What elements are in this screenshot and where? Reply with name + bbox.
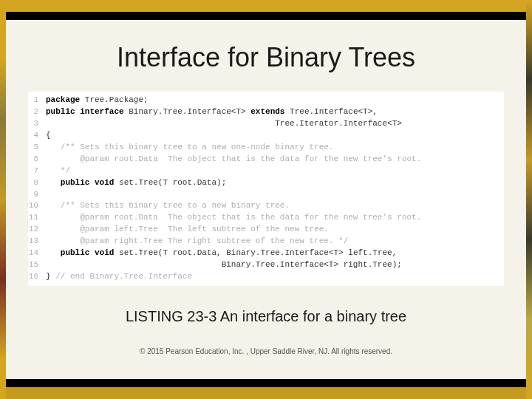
line-number: 13 [28, 236, 46, 248]
code-line: 2public interface Binary.Tree.Interface<… [28, 106, 504, 118]
page-title: Interface for Binary Trees [28, 42, 504, 73]
line-number: 2 [28, 106, 46, 118]
code-line: 9 [28, 189, 504, 201]
line-number: 16 [28, 271, 46, 283]
code-content: /** Sets this binary tree to a new one-n… [46, 142, 333, 154]
line-number: 7 [28, 166, 46, 177]
code-content: } // end Binary.Tree.Interface [46, 271, 192, 283]
line-number: 6 [28, 154, 46, 166]
code-listing: 1package Tree.Package;2public interface … [28, 92, 504, 286]
code-line: 16} // end Binary.Tree.Interface [28, 271, 504, 283]
line-number: 9 [28, 189, 46, 201]
line-number: 1 [28, 95, 46, 106]
code-content: /** Sets this binary tree to a new binar… [46, 200, 290, 212]
code-line: 5 /** Sets this binary tree to a new one… [28, 142, 504, 154]
code-content: public void set.Tree(T root.Data); [46, 177, 226, 189]
line-number: 12 [28, 224, 46, 236]
code-content: { [46, 130, 51, 142]
line-number: 5 [28, 142, 46, 154]
code-line: 7 */ [28, 166, 504, 177]
code-line: 3 Tree.Iterator.Interface<T> [28, 118, 504, 130]
code-content: Tree.Iterator.Interface<T> [46, 118, 402, 130]
listing-caption: LISTING 23-3 An interface for a binary t… [28, 308, 504, 325]
code-line: 6 @param root.Data The object that is th… [28, 154, 504, 166]
line-number: 8 [28, 177, 46, 189]
code-line: 12 @param left.Tree The left subtree of … [28, 224, 504, 236]
code-content: @param root.Data The object that is the … [46, 212, 421, 224]
code-line: 10 /** Sets this binary tree to a new bi… [28, 200, 504, 212]
code-line: 13 @param right.Tree The right subtree o… [28, 236, 504, 248]
code-line: 1package Tree.Package; [28, 95, 504, 106]
code-content: public void set.Tree(T root.Data, Binary… [46, 248, 397, 259]
code-content: @param left.Tree The left subtree of the… [46, 224, 329, 236]
code-content: @param right.Tree The right subtree of t… [46, 236, 348, 248]
copyright-text: © 2015 Pearson Education, Inc. , Upper S… [28, 347, 504, 355]
code-content: Binary.Tree.Interface<T> right.Tree); [46, 259, 402, 271]
line-number: 3 [28, 118, 46, 130]
slide: Interface for Binary Trees 1package Tree… [6, 20, 526, 379]
code-content: package Tree.Package; [46, 95, 149, 106]
code-content: */ [46, 166, 70, 177]
line-number: 11 [28, 212, 46, 224]
code-line: 11 @param root.Data The object that is t… [28, 212, 504, 224]
line-number: 15 [28, 259, 46, 271]
code-content: @param root.Data The object that is the … [46, 154, 421, 166]
code-line: 4{ [28, 130, 504, 142]
line-number: 4 [28, 130, 46, 142]
line-number: 10 [28, 200, 46, 212]
code-content: public interface Binary.Tree.Interface<T… [46, 106, 378, 118]
code-line: 15 Binary.Tree.Interface<T> right.Tree); [28, 259, 504, 271]
line-number: 14 [28, 248, 46, 259]
code-line: 14 public void set.Tree(T root.Data, Bin… [28, 248, 504, 259]
code-line: 8 public void set.Tree(T root.Data); [28, 177, 504, 189]
